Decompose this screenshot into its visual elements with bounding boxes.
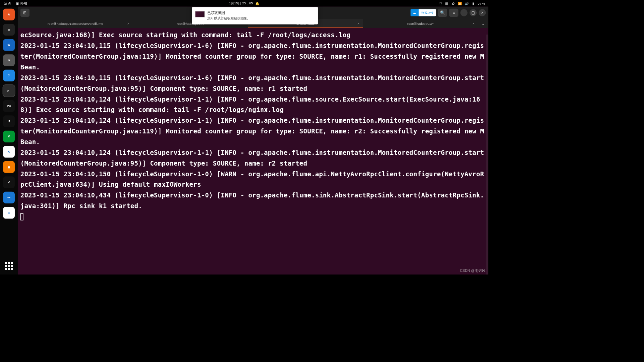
volume-icon[interactable]: 🔊 (465, 1, 469, 5)
dock: A◎W⚙?>_PCIJV✎▣✐〰∞ (0, 7, 18, 275)
screenshot-notification[interactable]: 已获取截图 您可以从剪贴板粘贴该图像。 (192, 7, 318, 24)
tab-3[interactable]: root@hadoop01:~ × (363, 19, 478, 28)
notification-thumbnail (195, 11, 205, 17)
battery-percentage: 97 % (478, 1, 485, 5)
upload-label: 拖拽上传 (419, 9, 436, 16)
show-applications-button[interactable] (5, 262, 13, 270)
terminal-cursor (20, 213, 23, 220)
tray-app3-icon[interactable]: ✿ (451, 1, 455, 5)
dock-terminal[interactable]: >_ (3, 85, 15, 97)
terminal-window: ⊞ ☁ 拖拽上传 🔍 ≡ – ▢ × root@hadoop01:/export… (18, 7, 488, 275)
upload-button[interactable]: ☁ 拖拽上传 (411, 9, 436, 16)
watermark: CSDN @雨诺风 (460, 268, 485, 273)
battery-icon[interactable]: ▮ (471, 1, 475, 5)
dock-pycharm[interactable]: PC (3, 100, 15, 112)
notification-bell-icon[interactable]: 🔔 (255, 1, 259, 5)
tab-3-close[interactable]: × (473, 21, 475, 25)
dock-gedit[interactable]: ✎ (3, 146, 15, 158)
maximize-button[interactable]: ▢ (470, 9, 477, 16)
tray-app2-icon[interactable]: ▦ (445, 1, 449, 5)
new-tab-icon: ⊞ (23, 10, 26, 15)
terminal-mini-icon: ▣ (16, 1, 19, 5)
tab-0[interactable]: root@hadoop01:/export/servers/flume × (18, 19, 133, 28)
close-button[interactable]: × (479, 9, 486, 16)
search-button[interactable]: 🔍 (438, 9, 447, 17)
tab-3-label: root@hadoop01:~ (407, 21, 434, 25)
minimize-button[interactable]: – (461, 9, 468, 16)
search-icon: 🔍 (440, 10, 445, 15)
dock-vm[interactable]: ▣ (3, 161, 15, 173)
app-menu[interactable]: ▣ 终端 (16, 1, 27, 6)
dock-libreoffice-writer[interactable]: W (3, 39, 15, 51)
clock[interactable]: 1月15日 23：05 (229, 1, 253, 6)
notification-body: 您可以从剪贴板粘贴该图像。 (207, 16, 314, 21)
tab-0-close[interactable]: × (127, 21, 129, 25)
wifi-icon[interactable]: 📶 (458, 1, 462, 5)
dock-intellij[interactable]: IJ (3, 115, 15, 127)
notification-title: 已获取截图 (207, 11, 314, 15)
app-menu-label: 终端 (20, 1, 27, 6)
tab-expand-button[interactable]: ⌄ (478, 19, 488, 28)
terminal-scrollbar[interactable] (486, 35, 488, 275)
dock-monitor[interactable]: 〰 (3, 192, 15, 203)
hamburger-menu[interactable]: ≡ (449, 9, 458, 17)
menu-icon: ≡ (452, 10, 455, 15)
dock-settings[interactable]: ⚙ (3, 54, 15, 66)
dock-software-store[interactable]: A (3, 9, 15, 20)
gnome-top-panel: 活动 ▣ 终端 1月15日 23：05 🔔 ⬚ ▦ ✿ 📶 🔊 ▮ 97 % (0, 0, 488, 7)
dock-baidu-pan[interactable]: ∞ (3, 207, 15, 219)
activities-button[interactable]: 活动 (3, 1, 12, 6)
tab-0-label: root@hadoop01:/export/servers/flume (48, 21, 103, 25)
terminal-viewport[interactable]: ecSource.java:168)] Exec source starting… (18, 28, 488, 275)
dock-rhythmbox[interactable]: ◎ (3, 24, 15, 36)
tray-app1-icon[interactable]: ⬚ (438, 1, 442, 5)
terminal-output: ecSource.java:168)] Exec source starting… (20, 30, 486, 222)
cloud-icon: ☁ (411, 11, 419, 15)
dock-brush[interactable]: ✐ (3, 176, 15, 188)
new-tab-button[interactable]: ⊞ (20, 9, 30, 17)
tab-2-close[interactable]: × (358, 21, 360, 25)
chevron-down-icon: ⌄ (481, 21, 485, 26)
dock-help[interactable]: ? (3, 70, 15, 81)
dock-vim[interactable]: V (3, 131, 15, 142)
